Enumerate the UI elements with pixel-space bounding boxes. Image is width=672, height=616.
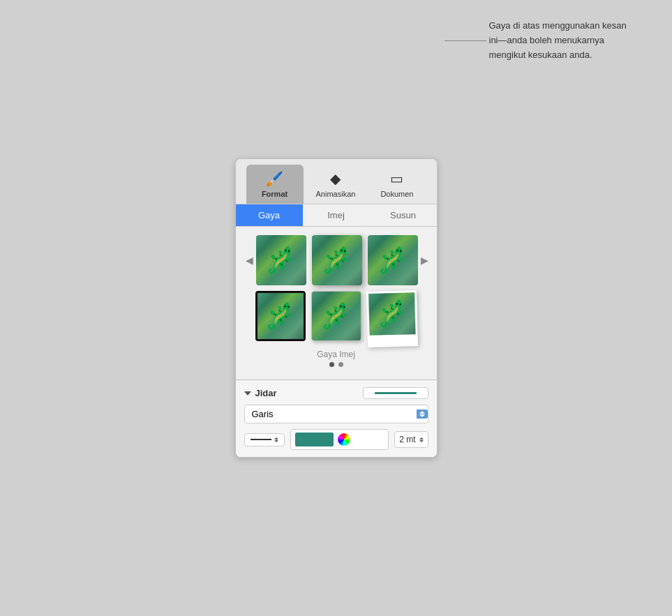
lizard-image-6 xyxy=(368,292,416,336)
line-up-icon xyxy=(274,437,278,440)
toolbar: 🖌️ Format ◆ Animasikan ▭ Dokumen xyxy=(236,159,437,204)
border-preview xyxy=(363,387,428,399)
controls-row: 2 mt xyxy=(244,429,428,450)
border-style-dropdown[interactable]: Garis xyxy=(244,405,428,423)
line-style-control[interactable] xyxy=(244,433,285,446)
line-style-arrows xyxy=(274,437,278,442)
next-arrow[interactable]: ▶ xyxy=(418,255,431,266)
border-style-value: Garis xyxy=(252,409,274,419)
prev-arrow[interactable]: ◀ xyxy=(243,255,256,266)
animate-icon: ◆ xyxy=(330,170,341,187)
jidar-header: Jidar xyxy=(244,387,428,399)
color-swatch xyxy=(295,433,334,446)
color-control[interactable] xyxy=(290,429,389,450)
size-down-icon xyxy=(419,440,424,442)
image-styles-section: ◀ ▶ xyxy=(236,227,437,380)
size-control[interactable]: 2 mt xyxy=(394,431,428,448)
sidebar: 🖌️ Format ◆ Animasikan ▭ Dokumen Gaya Im… xyxy=(235,158,438,458)
border-style-row: Garis xyxy=(244,405,428,423)
toolbar-animate-button[interactable]: ◆ Animasikan xyxy=(304,165,368,204)
jidar-title: Jidar xyxy=(244,388,277,398)
callout-2-text: Gaya di atas menggunakan kesan ini—anda … xyxy=(489,19,636,62)
color-wheel-icon[interactable] xyxy=(338,433,350,446)
size-arrows xyxy=(419,437,424,442)
document-label: Dokumen xyxy=(380,190,413,198)
jidar-section: Jidar Garis xyxy=(236,380,437,457)
gallery-label: Gaya Imej xyxy=(243,350,430,359)
lizard-image-5 xyxy=(312,292,361,340)
line-style-preview xyxy=(251,439,271,440)
styles-grid-row1 xyxy=(256,235,418,285)
dot-1[interactable] xyxy=(329,362,334,367)
animate-label: Animasikan xyxy=(316,190,356,198)
lizard-image-3 xyxy=(368,235,418,285)
toolbar-format-button[interactable]: 🖌️ Format xyxy=(246,165,304,204)
dot-2[interactable] xyxy=(338,362,343,367)
tab-imej[interactable]: Imej xyxy=(303,204,370,226)
border-line xyxy=(375,392,417,394)
styles-row-2 xyxy=(243,291,430,347)
tab-gaya[interactable]: Gaya xyxy=(236,204,303,226)
document-icon: ▭ xyxy=(390,170,403,187)
lizard-image-4 xyxy=(257,293,304,339)
format-icon: 🖌️ xyxy=(266,170,283,187)
styles-grid-row2 xyxy=(255,291,417,347)
style-item-3[interactable] xyxy=(368,235,418,285)
style-item-2[interactable] xyxy=(312,235,362,285)
style-item-6[interactable] xyxy=(366,290,417,347)
arrow-down-icon xyxy=(419,414,425,417)
dropdown-arrows xyxy=(417,410,428,419)
jidar-label: Jidar xyxy=(255,388,277,398)
collapse-icon[interactable] xyxy=(244,391,251,396)
style-item-5[interactable] xyxy=(311,291,361,341)
format-label: Format xyxy=(262,190,288,198)
callout-2-group: Gaya di atas menggunakan kesan ini—anda … xyxy=(445,19,636,62)
tab-susun[interactable]: Susun xyxy=(370,204,437,226)
gallery-dots xyxy=(243,362,430,367)
size-value: 2 mt xyxy=(399,435,417,444)
styles-row-1: ◀ ▶ xyxy=(243,235,430,285)
style-item-4[interactable] xyxy=(255,291,306,341)
line-down-icon xyxy=(274,440,278,442)
arrow-up-icon xyxy=(419,411,425,414)
lizard-image-1 xyxy=(256,235,306,285)
size-up-icon xyxy=(419,437,424,440)
lizard-image-2 xyxy=(312,235,362,285)
callout-line-2 xyxy=(445,40,486,41)
toolbar-document-button[interactable]: ▭ Dokumen xyxy=(368,165,426,204)
tab-bar: Gaya Imej Susun xyxy=(236,204,437,227)
style-item-1[interactable] xyxy=(256,235,306,285)
